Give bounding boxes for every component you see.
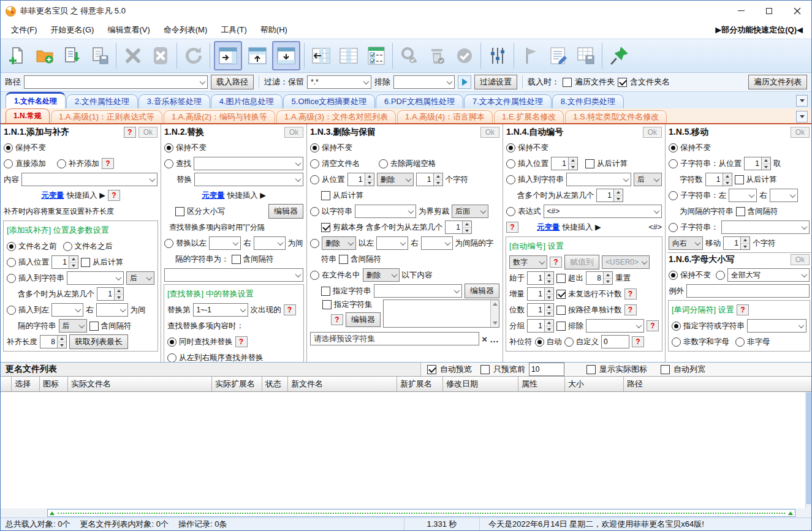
column-modified-date[interactable]: 修改日期 <box>443 377 518 391</box>
rep-find-combo[interactable] <box>194 157 303 170</box>
case-keep-radio[interactable] <box>669 271 678 280</box>
menu-file[interactable]: 文件(F) <box>4 22 44 38</box>
import-list-icon[interactable] <box>58 41 86 70</box>
help-button[interactable]: ? <box>624 288 637 299</box>
subtab-script[interactable]: 1.A.高级(4)：语言脚本 <box>397 110 493 123</box>
rep-left-combo[interactable] <box>209 236 241 250</box>
num-insert-str-combo[interactable] <box>566 173 631 186</box>
num-quick-insert-label[interactable]: 快捷插入 ▶ <box>563 222 601 233</box>
traverse-file-list-button[interactable]: 遍历文件列表 <box>748 75 807 89</box>
traverse-folders-checkbox[interactable] <box>563 78 572 87</box>
add-left-combo[interactable] <box>51 303 83 317</box>
preview-first-checkbox[interactable] <box>480 365 490 374</box>
recycle-check-icon[interactable] <box>423 41 450 70</box>
load-path-button[interactable]: 载入路径 <box>211 75 254 89</box>
rep-nth-combo[interactable]: 1~-1 <box>193 303 248 317</box>
column-actual-ext[interactable]: 实际扩展名 <box>212 377 262 391</box>
add-right-combo[interactable] <box>96 303 128 317</box>
help-button[interactable]: ? <box>737 304 749 315</box>
main-tabs-dropdown-button[interactable] <box>796 95 808 107</box>
subtab-encode[interactable]: 1.A.高级(2)：编码与转换等 <box>164 110 275 123</box>
mov-sub1-radio[interactable] <box>669 159 678 168</box>
rep-meta-var-link[interactable]: 元变量 <box>202 190 225 201</box>
exclude-combo[interactable] <box>393 75 455 89</box>
add-pad-len-spinner[interactable]: 8 <box>40 335 67 348</box>
tab-classify[interactable]: 8.文件归类处理 <box>552 94 624 108</box>
help-button[interactable]: ? <box>331 314 343 325</box>
mov-right-combo[interactable] <box>770 189 798 202</box>
num-type-combo[interactable]: 数字 <box>509 255 547 269</box>
close-button[interactable] <box>783 1 811 21</box>
num-insert-pos-radio[interactable] <box>506 159 515 168</box>
num-over-spinner[interactable]: 8 <box>586 271 613 285</box>
ok-button[interactable]: Ok <box>791 127 810 138</box>
preview-count-input[interactable] <box>529 363 564 376</box>
mov-incl-sep-checkbox[interactable] <box>736 207 745 216</box>
rep-case-checkbox[interactable] <box>175 207 184 216</box>
add-insert-pos-spinner[interactable]: 1 <box>51 255 78 269</box>
clear-icon[interactable]: × <box>482 334 487 344</box>
flag-icon[interactable] <box>517 41 544 70</box>
add-insert-str-combo[interactable] <box>67 271 124 285</box>
apply-filter-button[interactable] <box>458 75 471 89</box>
add-pad-radio[interactable] <box>57 159 66 168</box>
ok-button[interactable]: Ok <box>791 254 810 265</box>
num-exclude-checkbox[interactable] <box>556 322 566 331</box>
del-clear-radio[interactable] <box>310 159 319 168</box>
num-pad-custom-input[interactable] <box>601 335 629 348</box>
del-in-name-radio[interactable] <box>310 271 319 280</box>
add-meta-var-link[interactable]: 元变量 <box>41 190 64 201</box>
help-button[interactable]: ? <box>632 336 644 347</box>
del-spec-string-combo[interactable] <box>374 284 463 298</box>
menu-edit-view[interactable]: 编辑查看(V) <box>101 22 156 38</box>
save-list-icon[interactable] <box>86 41 113 70</box>
subtab-mapping-list[interactable]: 1.A.高级(3)：文件名对照列表 <box>276 110 396 123</box>
del-pos-spinner[interactable]: 1 <box>347 173 374 186</box>
subtab-regex[interactable]: 1.A.高级(1)：正则表达式等 <box>51 110 162 123</box>
add-from-end-checkbox[interactable] <box>81 258 90 267</box>
case-spec-radio[interactable] <box>672 322 681 331</box>
case-mode-radio[interactable] <box>716 271 725 280</box>
num-from-end-checkbox[interactable] <box>585 159 594 168</box>
del-cut-side-combo[interactable]: 后面 <box>452 205 488 218</box>
add-between-radio[interactable] <box>7 306 16 315</box>
ok-button[interactable]: Ok <box>138 127 157 138</box>
panel-top-icon[interactable] <box>243 41 271 70</box>
column-icon[interactable]: 图标 <box>40 377 68 391</box>
rep-quick-insert-label[interactable]: 快捷插入 ▶ <box>227 190 266 201</box>
num-multi-spinner[interactable]: 1 <box>596 189 623 202</box>
column-attr[interactable]: 属性 <box>518 377 565 391</box>
help-button[interactable]: ? <box>284 304 296 315</box>
num-assign-target-combo[interactable]: <USER0> <box>602 255 650 269</box>
num-grouping-spinner[interactable]: 1 <box>527 319 554 333</box>
help-button[interactable]: ? <box>235 336 248 347</box>
rep-sequential-radio[interactable] <box>167 353 176 363</box>
mov-sub3-radio[interactable] <box>669 223 678 232</box>
num-start-spinner[interactable]: 1 <box>527 271 554 285</box>
del-spec-charset-checkbox[interactable] <box>322 300 332 309</box>
del-charset-textarea[interactable] <box>383 299 499 328</box>
auto-width-checkbox[interactable] <box>661 365 670 374</box>
column-select[interactable]: 选择 <box>12 377 40 391</box>
del-from-pos-radio[interactable] <box>310 175 319 184</box>
check-list-icon[interactable] <box>362 41 390 70</box>
del-keep-radio[interactable] <box>310 143 319 153</box>
add-insert-pos-radio[interactable] <box>7 258 16 267</box>
del-charset-editor-button[interactable]: 编辑器 <box>346 312 381 327</box>
case-spec-combo[interactable] <box>747 319 806 333</box>
num-keep-radio[interactable] <box>506 143 515 153</box>
horizontal-scrollbar[interactable] <box>47 509 795 517</box>
num-no-uncheck-checkbox[interactable] <box>556 290 566 299</box>
pin-icon[interactable] <box>605 41 632 70</box>
mov-sub3-combo[interactable] <box>721 220 810 234</box>
rep-sep-str-combo[interactable] <box>164 268 303 282</box>
subtab-normal[interactable]: 1.N.常规 <box>6 108 50 123</box>
rep-replace-combo[interactable] <box>194 173 303 186</box>
tab-music-tag[interactable]: 3.音乐标签处理 <box>138 94 210 108</box>
num-digits-spinner[interactable]: 1 <box>527 303 554 317</box>
delete-icon[interactable] <box>119 41 146 70</box>
mov-left-combo[interactable] <box>729 189 757 202</box>
maximize-button[interactable] <box>755 1 783 21</box>
del-from-end-checkbox[interactable] <box>321 191 330 200</box>
help-button[interactable]: ? <box>647 320 659 331</box>
